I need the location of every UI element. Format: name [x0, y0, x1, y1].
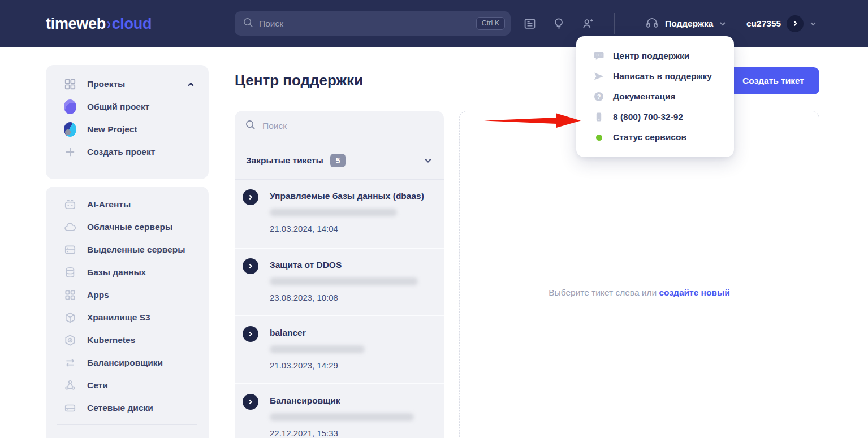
ticket-date: 21.03.2023, 14:29 [270, 361, 433, 370]
sidebar-item-new-project[interactable]: New Project [46, 118, 209, 141]
menu-item-phone[interactable]: 8 (800) 700-32-92 [576, 107, 734, 127]
phone-icon [593, 111, 604, 123]
sidebar-item-balancers[interactable]: Балансировщики [46, 352, 209, 374]
project-avatar [64, 122, 76, 137]
disk-icon [64, 402, 76, 414]
create-new-ticket-link[interactable]: создайте новый [659, 288, 730, 297]
sidebar-item-cloud-servers[interactable]: Облачные серверы [46, 216, 209, 238]
sidebar-projects-card: Проекты Общий проект New Project Создать… [46, 65, 209, 179]
ticket-date: 21.03.2024, 14:04 [270, 224, 433, 233]
support-label: Поддержка [665, 19, 713, 29]
sidebar-item-s3-storage[interactable]: Хранилище S3 [46, 306, 209, 329]
kubernetes-icon [64, 334, 76, 346]
apps-icon [64, 289, 76, 301]
chevron-right-icon [243, 258, 258, 274]
support-dropdown-menu: Центр поддержки Написать в поддержку ? Д… [576, 36, 734, 157]
robot-icon [64, 198, 76, 211]
redacted-text [270, 345, 365, 353]
svg-text:?: ? [597, 93, 601, 100]
ticket-list-panel: Закрытые тикеты 5 Управляемые базы данны… [235, 111, 444, 438]
swap-arrows-icon [64, 357, 76, 369]
logo-timeweb: timeweb [46, 15, 106, 32]
app: timeweb›cloud Ctrl K Поддерж [0, 0, 868, 438]
redacted-text [270, 209, 397, 216]
server-icon [64, 244, 76, 256]
chevron-right-icon [243, 326, 258, 342]
header-divider [614, 13, 615, 34]
ticket-row[interactable]: Балансировщик 22.12.2021, 15:33 [235, 383, 444, 438]
sidebar-item-networks[interactable]: Сети [46, 374, 209, 397]
send-icon [593, 71, 604, 82]
sidebar-item-apps[interactable]: Apps [46, 284, 209, 306]
account-expand-button[interactable] [787, 15, 804, 32]
chevron-right-icon [243, 189, 258, 205]
search-input[interactable] [259, 19, 476, 29]
network-icon [64, 379, 76, 392]
search-shortcut-badge: Ctrl K [476, 17, 505, 30]
redacted-text [270, 413, 414, 421]
logo-cloud: cloud [112, 15, 152, 32]
lightbulb-icon[interactable] [552, 17, 565, 31]
ticket-date: 22.12.2021, 15:33 [270, 428, 433, 438]
grid-icon [64, 78, 76, 90]
sidebar-item-databases[interactable]: Базы данных [46, 261, 209, 284]
sidebar-item-network-disks[interactable]: Сетевые диски [46, 397, 209, 419]
ticket-title: balancer [270, 327, 433, 338]
ticket-title: Защита от DDOS [270, 259, 433, 270]
sidebar-item-ai-agents[interactable]: AI-Агенты [46, 193, 209, 216]
question-icon: ? [593, 91, 604, 102]
chevron-down-icon[interactable] [809, 20, 817, 28]
chevron-up-icon[interactable] [187, 80, 195, 89]
sidebar-projects-label: Проекты [87, 79, 125, 89]
news-icon[interactable] [523, 17, 537, 31]
ticket-search[interactable] [235, 111, 444, 141]
plus-icon [64, 146, 76, 158]
sidebar-item-common-project[interactable]: Общий проект [46, 96, 209, 118]
project-avatar [64, 99, 76, 114]
ticket-row[interactable]: balancer 21.03.2023, 14:29 [235, 315, 444, 383]
global-search[interactable]: Ctrl K [235, 11, 511, 36]
sidebar-item-kubernetes[interactable]: Kubernetes [46, 329, 209, 352]
chevron-right-icon [243, 394, 258, 410]
top-navbar: timeweb›cloud Ctrl K Поддерж [0, 0, 868, 47]
sidebar-item-create-project[interactable]: Создать проект [46, 141, 209, 163]
search-icon [243, 17, 253, 30]
page-title: Центр поддержки [235, 72, 363, 89]
database-icon [64, 266, 76, 279]
ticket-detail-panel: Выберите тикет слева или создайте новый [459, 111, 819, 438]
closed-tickets-group[interactable]: Закрытые тикеты 5 [235, 141, 444, 180]
logo[interactable]: timeweb›cloud [46, 15, 152, 32]
ticket-row[interactable]: Защита от DDOS 23.08.2023, 10:08 [235, 248, 444, 315]
sidebar-services-card: AI-Агенты Облачные серверы Выделенные се… [46, 187, 209, 438]
ticket-title: Управляемые базы данных (dbaas) [270, 190, 433, 201]
chevron-down-icon [424, 156, 433, 165]
account-menu[interactable]: cu27355 [746, 0, 817, 47]
create-ticket-button[interactable]: Создать тикет [727, 67, 819, 94]
sidebar-item-dedicated-servers[interactable]: Выделенные серверы [46, 238, 209, 261]
redacted-text [270, 277, 418, 285]
ticket-row[interactable]: Управляемые базы данных (dbaas) 21.03.20… [235, 180, 444, 248]
ticket-date: 23.08.2023, 10:08 [270, 293, 433, 302]
account-id: cu27355 [746, 19, 781, 29]
logo-chevron-icon: › [107, 15, 111, 32]
user-add-icon[interactable] [581, 17, 594, 31]
chat-icon [593, 50, 604, 62]
menu-item-documentation[interactable]: ? Документация [576, 86, 734, 107]
count-badge: 5 [330, 154, 346, 167]
chevron-right-icon [792, 20, 799, 27]
search-icon [245, 119, 256, 132]
cloud-icon [64, 221, 76, 233]
ticket-title: Балансировщик [270, 395, 433, 406]
menu-item-support-center[interactable]: Центр поддержки [576, 46, 734, 66]
chevron-down-icon [719, 20, 727, 28]
cube-icon [64, 311, 76, 324]
status-dot-icon [593, 135, 604, 141]
ticket-search-input[interactable] [262, 121, 434, 131]
menu-item-write-support[interactable]: Написать в поддержку [576, 66, 734, 86]
empty-state: Выберите тикет слева или создайте новый [460, 288, 819, 298]
menu-item-service-status[interactable]: Статус сервисов [576, 127, 734, 148]
sidebar-projects-header[interactable]: Проекты [46, 73, 209, 96]
sidebar-divider [57, 424, 197, 425]
headphones-icon [645, 15, 659, 32]
